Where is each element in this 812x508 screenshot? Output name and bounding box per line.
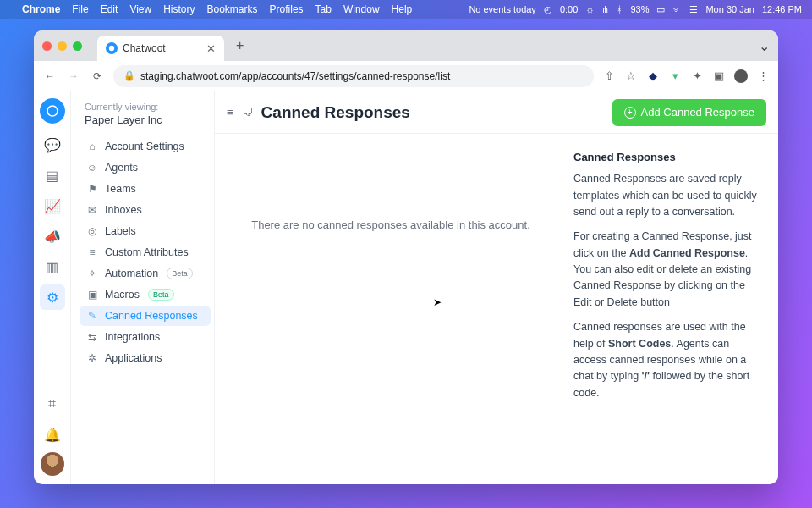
main-panel: ≡ 🗨 Canned Responses + Add Canned Respon… [215, 91, 778, 484]
forward-button[interactable]: → [66, 70, 81, 82]
headphones-icon[interactable]: ⋔ [601, 4, 609, 15]
app-frame: 💬 ▤ 📈 📣 ▥ ⚙ ⌗ 🔔 Currently viewing: Paper… [34, 91, 778, 484]
viewing-label: Currently viewing: [80, 102, 211, 113]
user-avatar[interactable] [41, 452, 64, 476]
sidebar-item-label: Account Settings [105, 141, 184, 152]
nav-reports-icon[interactable]: 📈 [40, 193, 65, 218]
menu-profiles[interactable]: Profiles [270, 3, 304, 15]
address-bar: ← → ⟳ 🔒 staging.chatwoot.com/app/account… [34, 61, 778, 91]
menu-bookmarks[interactable]: Bookmarks [207, 3, 258, 15]
add-button-label: Add Canned Response [641, 106, 754, 119]
menu-view[interactable]: View [129, 3, 151, 15]
extensions-puzzle-icon[interactable]: ✦ [690, 69, 704, 83]
menu-file[interactable]: File [72, 3, 88, 15]
menubar-clock[interactable]: 12:46 PM [762, 4, 802, 14]
tab-bar: Chatwoot ✕ + ⌄ [34, 30, 778, 61]
settings-sidebar: Currently viewing: Paper Layer Inc ⌂Acco… [71, 91, 215, 484]
brightness-icon[interactable]: ☼ [585, 4, 594, 14]
help-p2: For creating a Canned Response, just cli… [573, 229, 761, 311]
battery-icon[interactable]: ▭ [656, 4, 665, 15]
sidebar-item-applications[interactable]: ✲Applications [80, 348, 211, 368]
menu-history[interactable]: History [163, 3, 195, 15]
nav-help-icon[interactable]: ▥ [40, 254, 65, 279]
side-panel-icon[interactable]: ▣ [712, 69, 726, 83]
primary-nav: 💬 ▤ 📈 📣 ▥ ⚙ ⌗ 🔔 [34, 91, 71, 484]
bookmark-icon[interactable]: ☆ [624, 69, 638, 83]
browser-tab[interactable]: Chatwoot ✕ [97, 36, 224, 61]
overflow-menu-icon[interactable]: ⋮ [756, 69, 770, 83]
custom-attributes-icon: ≡ [86, 246, 98, 258]
sidebar-item-canned-responses[interactable]: ✎Canned Responses [80, 306, 211, 326]
maximize-window-button[interactable] [73, 41, 82, 51]
profile-avatar[interactable] [734, 69, 748, 83]
help-panel: Canned Responses Canned Responses are sa… [567, 134, 778, 484]
tab-overflow-icon[interactable]: ⌄ [759, 38, 770, 54]
app-logo[interactable] [40, 98, 65, 124]
sidebar-item-label: Macros [105, 289, 140, 301]
page-header: ≡ 🗨 Canned Responses + Add Canned Respon… [215, 91, 778, 134]
close-window-button[interactable] [42, 41, 52, 51]
nav-contacts-icon[interactable]: ▤ [40, 163, 65, 188]
control-center-icon[interactable]: ☰ [689, 4, 698, 15]
sidebar-item-automation[interactable]: ✧AutomationBeta [80, 263, 211, 284]
chat-icon: 🗨 [242, 106, 253, 119]
close-tab-icon[interactable]: ✕ [206, 42, 216, 55]
sidebar-item-label: Custom Attributes [105, 246, 189, 258]
page-body: There are no canned responses available … [215, 134, 778, 484]
wifi-icon[interactable]: ᯤ [672, 4, 682, 14]
nav-settings-icon[interactable]: ⚙ [40, 284, 65, 310]
timer-icon[interactable]: ◴ [544, 4, 552, 15]
sidebar-item-macros[interactable]: ▣MacrosBeta [80, 284, 211, 305]
canned-responses-icon: ✎ [86, 310, 98, 322]
extension-1-icon[interactable]: ◆ [646, 69, 660, 83]
sidebar-item-label: Agents [105, 162, 138, 174]
menu-window[interactable]: Window [343, 3, 380, 15]
applications-icon: ✲ [86, 352, 98, 364]
favicon-icon [106, 42, 118, 54]
back-button[interactable]: ← [42, 70, 58, 82]
collapse-sidebar-icon[interactable]: ≡ [227, 106, 233, 119]
beta-badge: Beta [167, 268, 193, 279]
menu-help[interactable]: Help [392, 3, 413, 15]
nav-docs-icon[interactable]: ⌗ [40, 391, 65, 417]
menubar-app[interactable]: Chrome [22, 3, 60, 15]
url-bar[interactable]: 🔒 staging.chatwoot.com/app/accounts/47/s… [113, 65, 594, 87]
nav-conversations-icon[interactable]: 💬 [40, 132, 65, 157]
sidebar-item-custom-attributes[interactable]: ≡Custom Attributes [80, 242, 211, 262]
nav-campaigns-icon[interactable]: 📣 [40, 224, 65, 249]
macos-menubar: Chrome File Edit View History Bookmarks … [0, 0, 812, 19]
minimize-window-button[interactable] [58, 41, 67, 51]
menu-tab[interactable]: Tab [315, 3, 332, 15]
share-icon[interactable]: ⇧ [602, 69, 616, 83]
menubar-date[interactable]: Mon 30 Jan [705, 4, 754, 14]
empty-state: There are no canned responses available … [215, 134, 567, 484]
sidebar-item-label: Teams [105, 183, 136, 195]
sidebar-item-inboxes[interactable]: ✉Inboxes [80, 200, 211, 220]
menu-edit[interactable]: Edit [101, 3, 118, 15]
help-p3: Canned responses are used with the help … [573, 319, 761, 401]
inboxes-icon: ✉ [86, 204, 98, 216]
add-canned-response-button[interactable]: + Add Canned Response [612, 99, 766, 126]
account-name[interactable]: Paper Layer Inc [80, 113, 211, 136]
automation-icon: ✧ [86, 268, 98, 279]
sidebar-item-integrations[interactable]: ⇆Integrations [80, 327, 211, 347]
new-tab-button[interactable]: + [229, 38, 250, 53]
bluetooth-icon[interactable]: ᚼ [617, 4, 623, 14]
extension-2-icon[interactable]: ▾ [668, 69, 682, 83]
reload-button[interactable]: ⟳ [90, 70, 105, 82]
calendar-status[interactable]: No events today [469, 4, 536, 14]
help-p1: Canned Responses are saved reply templat… [573, 171, 761, 220]
beta-badge: Beta [148, 289, 174, 301]
svg-point-0 [109, 46, 114, 51]
sidebar-item-label: Integrations [105, 331, 160, 343]
sidebar-item-teams[interactable]: ⚑Teams [80, 179, 211, 199]
sidebar-item-label: Applications [105, 352, 162, 364]
sidebar-item-agents[interactable]: ☺Agents [80, 157, 211, 178]
window-controls [42, 41, 82, 51]
labels-icon: ◎ [86, 225, 98, 237]
macros-icon: ▣ [86, 289, 98, 301]
sidebar-item-labels[interactable]: ◎Labels [80, 221, 211, 241]
sidebar-item-account-settings[interactable]: ⌂Account Settings [80, 136, 211, 157]
account-settings-icon: ⌂ [86, 141, 98, 152]
nav-notifications-icon[interactable]: 🔔 [40, 422, 65, 447]
